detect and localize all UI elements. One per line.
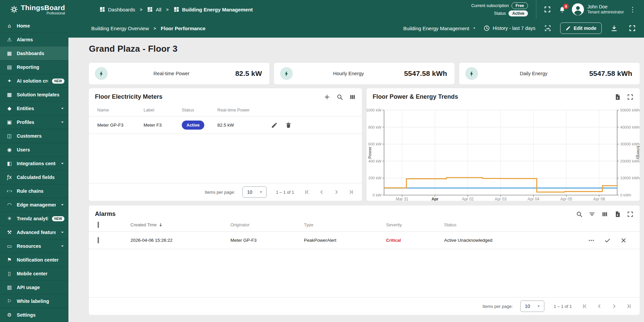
sidebar-item-ai-solution-creator[interactable]: ✦AI solution creatorNEW	[0, 74, 68, 88]
sidebar-item-edge-management[interactable]: ◠Edge management	[0, 198, 68, 212]
svg-text:200 kW: 200 kW	[368, 176, 381, 180]
first-page-button[interactable]	[304, 189, 310, 195]
gear-icon: ⚙	[6, 312, 13, 318]
dashboard-image-button[interactable]	[542, 22, 553, 34]
alarm-more-button[interactable]	[588, 237, 595, 244]
fullscreen-icon	[544, 6, 551, 13]
new-badge: NEW	[52, 79, 64, 84]
sidebar-item-trendz-analytics[interactable]: ✳Trendz analyticsNEW	[0, 212, 68, 225]
breadcrumb-building-energy-overview[interactable]: Building Energy Overview	[91, 26, 149, 31]
edit-mode-button[interactable]: Edit mode	[560, 22, 602, 34]
column-header-name[interactable]: Name	[97, 107, 144, 112]
alarms-filter-button[interactable]	[589, 211, 595, 218]
download-button[interactable]	[608, 22, 620, 34]
delete-meter-button[interactable]	[285, 122, 292, 129]
sidebar-item-profiles[interactable]: ▣Profiles	[0, 115, 68, 129]
sidebar-item-advanced-features[interactable]: ⚒Advanced features	[0, 225, 68, 239]
chart-fullscreen-button[interactable]	[627, 94, 634, 100]
user-menu[interactable]: John Doe Tenant administrator	[572, 3, 624, 15]
alarm-acknowledge-button[interactable]	[604, 237, 611, 244]
notifications-button[interactable]: 8	[556, 4, 568, 15]
previous-page-button[interactable]	[318, 189, 325, 195]
column-header-originator[interactable]: Originator	[230, 222, 304, 227]
columns-button[interactable]	[349, 94, 356, 100]
column-header-created-time[interactable]: Created Time	[130, 222, 230, 227]
breadcrumb-dashboards[interactable]: Dashboards	[99, 6, 135, 12]
row-checkbox[interactable]	[98, 237, 99, 243]
subscription-free-badge[interactable]: Free	[512, 2, 528, 9]
sidebar-item-mobile-center[interactable]: ▯Mobile center	[0, 267, 68, 280]
breadcrumb-building-energy-management[interactable]: Building Energy Management	[173, 6, 253, 12]
pencil-icon	[271, 122, 278, 129]
sidebar-item-dashboards[interactable]: ▦Dashboards	[0, 46, 68, 60]
column-header-status[interactable]: Status	[444, 222, 583, 227]
svg-text:600 kW: 600 kW	[368, 142, 381, 146]
alarms-search-button[interactable]	[576, 211, 583, 218]
history-timewindow-button[interactable]: History - last 7 days	[483, 25, 535, 32]
sidebar-item-notification-center[interactable]: ⚑Notification center	[0, 253, 68, 267]
dashboard-fullscreen-button[interactable]	[627, 22, 638, 34]
column-header-type[interactable]: Type	[304, 222, 386, 227]
next-page-button[interactable]	[333, 189, 340, 195]
last-page-button[interactable]	[626, 303, 632, 310]
page-size-select[interactable]: 10	[520, 301, 544, 312]
floor-electricity-meters-widget: Floor Electricity Meters Name Label Stat…	[89, 88, 362, 201]
sidebar-item-solution-templates[interactable]: ▩Solution templates	[0, 88, 68, 101]
sidebar-item-rule-chains[interactable]: ‹·›Rule chains	[0, 184, 68, 198]
search-button[interactable]	[336, 94, 343, 100]
column-header-realtime-power[interactable]: Real-time Power	[217, 107, 271, 112]
alarms-export-button[interactable]	[614, 211, 621, 218]
status-badge: Active	[182, 121, 204, 130]
floor-power-energy-trends-widget: Floor Power & Energy Trends 0 kW0 kWh200…	[367, 88, 640, 201]
alarm-row[interactable]: 2026-04-06 15:26:22 Meter GP-F3 PeakPowe…	[89, 232, 640, 249]
first-page-button[interactable]	[581, 303, 588, 310]
edit-meter-button[interactable]	[271, 122, 278, 129]
previous-page-button[interactable]	[596, 303, 603, 310]
integrations-icon: ◧	[6, 160, 13, 167]
kebab-menu-icon[interactable]: ⋮	[627, 4, 638, 15]
sidebar-item-entities[interactable]: ◆Entities	[0, 101, 68, 115]
alarm-clear-button[interactable]	[620, 237, 627, 244]
add-entity-button[interactable]	[324, 94, 330, 100]
sidebar-item-users[interactable]: ◉Users	[0, 143, 68, 156]
column-header-status[interactable]: Status	[182, 107, 217, 112]
fullscreen-icon	[627, 94, 634, 100]
sidebar-item-integrations-center[interactable]: ◧Integrations center	[0, 156, 68, 170]
kpi-label: Daily Energy	[478, 71, 589, 76]
next-page-button[interactable]	[611, 303, 618, 310]
thingsboard-logo[interactable]: ThingsBoard Professional	[10, 4, 86, 15]
page-size-select[interactable]: 10	[243, 186, 267, 198]
alarms-fullscreen-button[interactable]	[627, 211, 634, 218]
table-row[interactable]: Meter GP-F3 Meter F3 Active 82.5 kW	[89, 117, 362, 134]
breadcrumb-all[interactable]: All	[147, 6, 161, 12]
top-breadcrumb: Dashboards > All > Building Energy Manag…	[99, 6, 253, 12]
page-title: Grand Plaza - Floor 3	[89, 44, 640, 54]
sidebar-item-alarms[interactable]: ⚠Alarms	[0, 33, 68, 46]
sidebar-item-resources[interactable]: ▭Resources	[0, 239, 68, 253]
sidebar-item-home[interactable]: ⌂Home	[0, 19, 68, 33]
power-energy-trends-chart[interactable]: 0 kW0 kWh200 kW10000 kWh400 kW20000 kWh6…	[367, 104, 640, 201]
sidebar-item-customers[interactable]: ◫Customers	[0, 129, 68, 143]
kpi-card-daily-energy: Daily Energy 5547.58 kWh	[459, 63, 640, 84]
sidebar-item-settings[interactable]: ⚙Settings	[0, 308, 68, 322]
column-header-label[interactable]: Label	[144, 107, 182, 112]
sidebar-item-api-usage[interactable]: ▥API usage	[0, 280, 68, 294]
sidebar-item-reporting[interactable]: ▤Reporting	[0, 60, 68, 74]
next-page-icon	[611, 303, 618, 310]
svg-text:Mar 31: Mar 31	[396, 197, 409, 201]
sidebar-item-white-labeling[interactable]: ⚐White labeling	[0, 294, 68, 308]
status-active-badge: Active	[508, 10, 528, 16]
image-frame-icon	[544, 25, 551, 32]
alarms-columns-button[interactable]	[601, 211, 608, 218]
select-all-checkbox[interactable]	[98, 222, 99, 228]
fullscreen-button[interactable]	[542, 4, 553, 15]
export-chart-button[interactable]	[614, 94, 621, 100]
top-bar: ThingsBoard Professional Dashboards > Al…	[0, 0, 644, 19]
dashboard-state-select[interactable]: Building Energy Management	[403, 26, 477, 31]
avatar	[572, 3, 584, 15]
last-page-button[interactable]	[348, 189, 355, 195]
sidebar-item-label: Alarms	[17, 37, 65, 42]
column-header-severity[interactable]: Severity	[386, 222, 444, 227]
flag-notification-icon: ⚑	[6, 257, 13, 263]
sidebar-item-calculated-fields[interactable]: ƒxCalculated fields	[0, 170, 68, 184]
